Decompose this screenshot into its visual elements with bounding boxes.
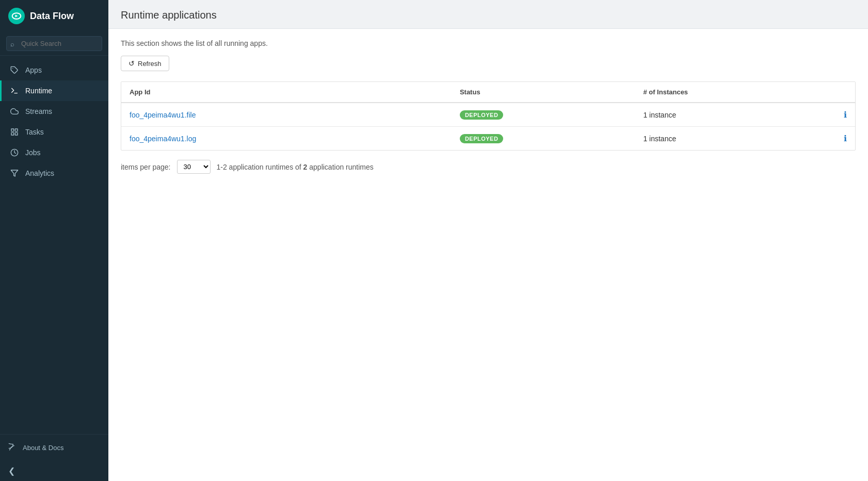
sidebar-bottom: About & Docs: [0, 434, 108, 461]
info-icon[interactable]: ℹ: [844, 110, 847, 119]
refresh-button[interactable]: ↺ Refresh: [121, 56, 169, 71]
pagination-total-suffix: application runtimes: [307, 163, 373, 171]
svg-rect-4: [15, 129, 18, 131]
cell-actions: ℹ: [818, 127, 855, 151]
sidebar-item-apps[interactable]: Apps: [0, 60, 108, 80]
table-row: foo_4peima4wu1.file DEPLOYED 1 instance …: [121, 103, 855, 127]
sidebar-item-jobs[interactable]: Jobs: [0, 142, 108, 163]
refresh-icon: ↺: [128, 59, 135, 68]
sidebar-item-runtime[interactable]: Runtime: [0, 80, 108, 101]
page-description: This section shows the list of all runni…: [121, 39, 856, 47]
sidebar-item-analytics[interactable]: Analytics: [0, 163, 108, 184]
sidebar-search: ⌕: [0, 32, 108, 56]
sidebar-item-tasks-label: Tasks: [25, 128, 44, 136]
pagination-text: 1-2 application runtimes of 2 applicatio…: [217, 163, 374, 171]
cell-actions: ℹ: [818, 103, 855, 127]
page-header: Runtime applications: [108, 0, 868, 29]
app-link[interactable]: foo_4peima4wu1.log: [130, 135, 196, 143]
svg-rect-5: [15, 132, 18, 135]
col-header-appid: App Id: [121, 82, 452, 103]
sidebar-nav: Apps Runtime Streams: [0, 56, 108, 434]
pagination-range: 1-2 application runtimes of: [217, 163, 303, 171]
cell-appid: foo_4peima4wu1.file: [121, 103, 452, 127]
sidebar-item-streams-label: Streams: [25, 107, 52, 115]
col-header-actions: [818, 82, 855, 103]
chevron-left-icon: ❮: [8, 466, 15, 476]
sidebar-item-runtime-label: Runtime: [25, 87, 52, 95]
sidebar-item-jobs-label: Jobs: [25, 148, 41, 157]
page-content: This section shows the list of all runni…: [108, 29, 868, 481]
cell-status: DEPLOYED: [452, 127, 635, 151]
search-icon: ⌕: [10, 40, 14, 47]
sidebar-collapse-button[interactable]: ❮: [0, 461, 108, 481]
info-icon[interactable]: ℹ: [844, 134, 847, 143]
cell-instances: 1 instance: [635, 127, 818, 151]
cell-status: DEPLOYED: [452, 103, 635, 127]
col-header-status: Status: [452, 82, 635, 103]
svg-marker-8: [11, 170, 18, 176]
items-per-page-label: items per page:: [121, 163, 171, 171]
refresh-label: Refresh: [138, 60, 162, 68]
sidebar-logo: Data Flow: [0, 0, 108, 32]
logo-text: Data Flow: [30, 11, 74, 22]
svg-rect-3: [11, 129, 14, 131]
clock-icon: [10, 148, 19, 157]
sidebar-item-streams[interactable]: Streams: [0, 101, 108, 122]
runtime-table: App Id Status # of Instances foo_4peima4…: [121, 82, 855, 150]
svg-rect-6: [11, 132, 14, 135]
funnel-icon: [10, 169, 19, 177]
page-title: Runtime applications: [121, 9, 856, 21]
leaf-icon: [8, 443, 17, 453]
cell-instances: 1 instance: [635, 103, 818, 127]
items-per-page-select[interactable]: 30 10 20 50: [177, 160, 211, 174]
sidebar-item-analytics-label: Analytics: [25, 169, 54, 177]
search-input[interactable]: [6, 36, 102, 51]
cloud-icon: [10, 107, 19, 115]
sidebar-item-apps-label: Apps: [25, 66, 42, 74]
about-docs-link[interactable]: About & Docs: [23, 444, 64, 452]
table-row: foo_4peima4wu1.log DEPLOYED 1 instance ℹ: [121, 127, 855, 151]
terminal-icon: [10, 87, 19, 95]
app-link[interactable]: foo_4peima4wu1.file: [130, 111, 196, 119]
logo-icon: [8, 8, 25, 24]
main-content: Runtime applications This section shows …: [108, 0, 868, 481]
status-badge: DEPLOYED: [460, 134, 504, 143]
sidebar-item-tasks[interactable]: Tasks: [0, 122, 108, 142]
cell-appid: foo_4peima4wu1.log: [121, 127, 452, 151]
runtime-table-container: App Id Status # of Instances foo_4peima4…: [121, 81, 856, 151]
col-header-instances: # of Instances: [635, 82, 818, 103]
tag-icon: [10, 66, 19, 74]
sidebar: Data Flow ⌕ Apps R: [0, 0, 108, 481]
grid-icon: [10, 128, 19, 136]
status-badge: DEPLOYED: [460, 110, 504, 120]
pagination-bar: items per page: 30 10 20 50 1-2 applicat…: [121, 160, 856, 174]
